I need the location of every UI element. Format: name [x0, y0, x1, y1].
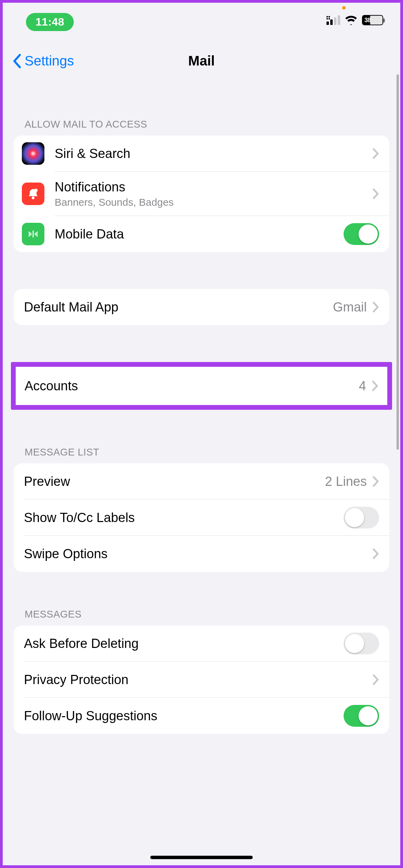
group-message-list: Preview 2 Lines Show To/Cc Labels Swipe … [14, 463, 389, 572]
svg-rect-3 [338, 15, 340, 25]
accounts-value: 4 [359, 379, 366, 393]
status-time: 11:48 [36, 16, 64, 28]
row-ask-before-deleting[interactable]: Ask Before Deleting [14, 625, 389, 662]
page-title: Mail [3, 53, 400, 69]
notifications-sublabel: Banners, Sounds, Badges [55, 197, 174, 208]
row-notifications[interactable]: Notifications Banners, Sounds, Badges [14, 172, 389, 216]
followup-label: Follow-Up Suggestions [24, 709, 157, 723]
siri-icon [22, 142, 44, 165]
battery-icon: 38 [362, 15, 383, 25]
recording-indicator-icon [342, 6, 346, 10]
group-messages: Ask Before Deleting Privacy Protection F… [14, 625, 389, 734]
accounts-label: Accounts [25, 379, 78, 393]
status-time-pill: 11:48 [26, 13, 74, 31]
svg-rect-5 [329, 18, 330, 19]
group-default-app: Default Mail App Gmail [14, 289, 389, 325]
show-tocc-toggle[interactable] [344, 507, 379, 529]
chevron-right-icon [372, 148, 379, 159]
privacy-label: Privacy Protection [24, 672, 128, 687]
svg-rect-4 [326, 18, 328, 19]
row-mobile-data[interactable]: Mobile Data [14, 216, 389, 252]
nav-header: Settings Mail [3, 37, 400, 78]
show-tocc-label: Show To/Cc Labels [24, 510, 135, 525]
chevron-right-icon [372, 476, 379, 487]
row-preview[interactable]: Preview 2 Lines [14, 463, 389, 500]
chevron-right-icon [372, 674, 379, 685]
mobile-data-icon [22, 223, 44, 245]
row-accounts[interactable]: Accounts 4 [16, 367, 387, 405]
preview-label: Preview [24, 474, 70, 489]
row-default-mail-app[interactable]: Default Mail App Gmail [14, 289, 389, 325]
row-siri-search[interactable]: Siri & Search [14, 135, 389, 172]
chevron-right-icon [372, 301, 379, 313]
notifications-icon [22, 183, 44, 205]
ask-delete-label: Ask Before Deleting [24, 636, 139, 651]
svg-rect-1 [330, 19, 333, 25]
section-header-message-list: MESSAGE LIST [3, 447, 400, 463]
row-privacy-protection[interactable]: Privacy Protection [14, 662, 389, 698]
section-header-access: ALLOW MAIL TO ACCESS [3, 119, 400, 135]
preview-value: 2 Lines [325, 474, 367, 489]
default-app-value: Gmail [333, 300, 367, 315]
battery-percentage: 38 [364, 17, 371, 24]
ask-delete-toggle[interactable] [344, 633, 379, 654]
svg-rect-6 [326, 16, 328, 17]
chevron-right-icon [372, 188, 379, 200]
status-bar: 11:48 [3, 3, 400, 37]
siri-label: Siri & Search [55, 146, 130, 161]
svg-rect-0 [326, 21, 329, 25]
svg-point-9 [34, 189, 38, 192]
section-header-messages: MESSAGES [3, 609, 400, 625]
home-indicator [150, 856, 253, 859]
mobile-data-label: Mobile Data [55, 227, 124, 242]
mobile-data-toggle[interactable] [344, 223, 379, 245]
row-swipe-options[interactable]: Swipe Options [14, 536, 389, 572]
default-app-label: Default Mail App [24, 300, 119, 315]
chevron-right-icon [372, 548, 379, 560]
chevron-right-icon [372, 380, 378, 392]
followup-toggle[interactable] [344, 705, 379, 727]
swipe-label: Swipe Options [24, 547, 108, 561]
row-show-tocc[interactable]: Show To/Cc Labels [14, 500, 389, 536]
svg-rect-7 [329, 16, 330, 17]
svg-rect-2 [334, 17, 336, 25]
accounts-highlight: Accounts 4 [11, 362, 392, 410]
wifi-icon [345, 15, 357, 25]
notifications-label: Notifications [55, 180, 174, 194]
svg-point-8 [32, 197, 34, 199]
group-access: Siri & Search Notifications Banners, Sou… [14, 135, 389, 252]
row-followup-suggestions[interactable]: Follow-Up Suggestions [14, 698, 389, 734]
scroll-indicator[interactable] [397, 74, 399, 450]
cellular-icon [326, 15, 340, 25]
